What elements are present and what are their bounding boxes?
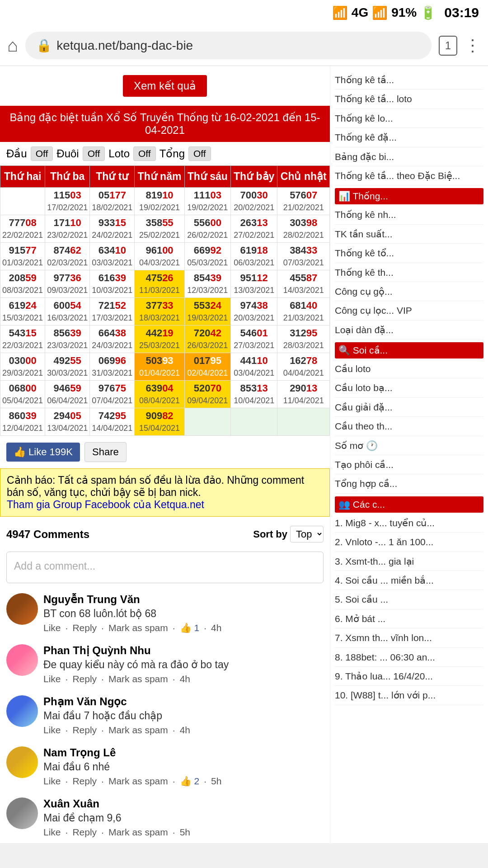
like-action-2[interactable]: Like [43, 674, 61, 684]
spam-action-5[interactable]: Mark as spam [108, 827, 168, 838]
right-menu-item-10[interactable]: Thống kê th... [335, 263, 483, 282]
right-menu-item-1[interactable]: Thống kê tầ... [335, 71, 483, 90]
cell: 4411003/04/2021 [230, 353, 277, 381]
right-menu-item-15[interactable]: Cầu loto bạ... [335, 378, 483, 397]
right-menu-item-21[interactable]: 1. Mig8 - x... tuyển củ... [335, 514, 483, 533]
url-bar[interactable]: 🔒 ketqua.net/bang-dac-bie [25, 32, 431, 59]
cell: 8603912/04/2021 [0, 408, 45, 436]
network-label: 4G [352, 5, 368, 20]
right-menu-item-22[interactable]: 2. Vnloto -... 1 ăn 100... [335, 533, 483, 552]
like-share-row: 👍 Like 199K Share [0, 436, 330, 468]
dau-filter[interactable]: Off [31, 146, 53, 161]
col-thu6: Thứ sáu [184, 166, 230, 188]
comment-text-3: Mai đầu 7 hoặc đầu chập [43, 710, 324, 722]
spam-action-2[interactable]: Mark as spam [108, 674, 168, 684]
cell: 2631327/02/2021 [230, 215, 277, 243]
right-menu-item-4[interactable]: Thống kê đặ... [335, 128, 483, 147]
like-action-1[interactable]: Like [43, 623, 61, 633]
table-title: Bảng đặc biệt tuần Xổ Số Truyền Thống từ… [0, 106, 330, 142]
right-menu-item-20[interactable]: Tổng hợp cầ... [335, 474, 483, 493]
cell: 4558714/03/2021 [277, 270, 330, 298]
comment-item-2: Phan Thị Quỳnh Nhu Đe quay kiểu này có m… [0, 639, 330, 690]
table-row: 6192415/03/2021 6005416/03/2021 7215217/… [0, 298, 330, 326]
reply-action-5[interactable]: Reply [72, 827, 97, 838]
like-action-5[interactable]: Like [43, 827, 61, 838]
cell [277, 408, 330, 436]
right-menu-item-2[interactable]: Thống kê tầ... loto [335, 90, 483, 108]
cell-highlighted: 5207009/04/2021 [184, 381, 230, 408]
spam-action-1[interactable]: Mark as spam [108, 623, 168, 633]
spam-action-4[interactable]: Mark as spam [108, 776, 168, 787]
cell: 5431522/03/2021 [0, 326, 45, 353]
comment-text-2: Đe quay kiểu này có mà ra đảo ở bo tay [43, 659, 324, 671]
cell: 7003020/02/2021 [230, 188, 277, 215]
spam-action-3[interactable]: Mark as spam [108, 725, 168, 736]
right-menu-item-25[interactable]: 5. Soi cầu ... [335, 590, 483, 609]
right-menu-item-16[interactable]: Cầu giải đặ... [335, 398, 483, 417]
cell: 2901311/04/2021 [277, 381, 330, 408]
right-menu-item-6[interactable]: Thống kê tầ... theo Đặc Biệ... [335, 166, 483, 185]
like-action-4[interactable]: Like [43, 776, 61, 787]
reply-action-3[interactable]: Reply [72, 725, 97, 736]
main-content: Xem kết quả Bảng đặc biệt tuần Xổ Số Tru… [0, 66, 488, 843]
right-menu-item-12[interactable]: Công cụ lọc... VIP [335, 301, 483, 320]
sort-dropdown[interactable]: Top [290, 526, 324, 542]
duoi-filter[interactable]: Off [83, 146, 105, 161]
col-thu7: Thứ bảy [230, 166, 277, 188]
right-menu-item-9[interactable]: Thống kê tổ... [335, 244, 483, 263]
cell: 6643824/03/2021 [90, 326, 135, 353]
right-menu-item-11[interactable]: Công cụ gộ... [335, 282, 483, 301]
reply-action-4[interactable]: Reply [72, 776, 97, 787]
like-action-3[interactable]: Like [43, 725, 61, 736]
right-menu-item-7[interactable]: Thống kê nh... [335, 205, 483, 224]
right-menu-item-5[interactable]: Bảng đặc bi... [335, 147, 483, 166]
xem-ket-qua-button[interactable]: Xem kết quả [123, 75, 207, 97]
cell: 8543912/03/2021 [184, 270, 230, 298]
cell-highlighted: 5039301/04/2021 [135, 353, 184, 381]
like-count-4: 👍 2 [180, 776, 200, 787]
right-menu-item-8[interactable]: TK tần suất... [335, 225, 483, 244]
right-menu-item-13[interactable]: Loại dàn đặ... [335, 321, 483, 340]
right-menu-item-19[interactable]: Tạo phôi cầ... [335, 455, 483, 474]
cell: 7770822/02/2021 [0, 215, 45, 243]
avatar-2 [6, 644, 38, 676]
right-menu-item-26[interactable]: 6. Mở bát ... [335, 609, 483, 628]
right-menu-item-3[interactable]: Thống kê lo... [335, 109, 483, 128]
cell: 5460127/03/2021 [230, 326, 277, 353]
cell: 3585525/02/2021 [135, 215, 184, 243]
commenter-name-2: Phan Thị Quỳnh Nhu [43, 644, 324, 657]
right-menu-item-23[interactable]: 3. Xsmt-th... gia lại [335, 552, 483, 571]
share-button[interactable]: Share [84, 442, 127, 462]
right-menu-item-27[interactable]: 7. Xsmn th... vĩnh lon... [335, 628, 483, 647]
cell: 6341003/03/2021 [90, 243, 135, 270]
right-menu-item-28[interactable]: 8. 188bet: ... 06:30 an... [335, 648, 483, 667]
col-thu2: Thứ hai [0, 166, 45, 188]
reply-action-2[interactable]: Reply [72, 674, 97, 684]
cell: 1627804/04/2021 [277, 353, 330, 381]
cell: 6192415/03/2021 [0, 298, 45, 326]
right-menu-item-14[interactable]: Cầu loto [335, 359, 483, 378]
tab-button[interactable]: 1 [439, 36, 457, 56]
menu-icon[interactable]: ⋮ [465, 36, 481, 55]
sort-by-label: Sort by [253, 528, 287, 540]
cell: 1711023/02/2021 [45, 215, 90, 243]
warning-link[interactable]: Tham gia Group Facebook của Ketqua.net [7, 499, 204, 510]
battery-label: 91% [391, 5, 417, 20]
warning-box: Cảnh báo: Tất cả spam bán số đều là lừa … [0, 468, 330, 517]
reply-action-1[interactable]: Reply [72, 623, 97, 633]
home-icon[interactable]: ⌂ [7, 35, 18, 56]
right-menu-item-30[interactable]: 10. [W88] t... lớn với p... [335, 686, 483, 705]
right-menu-item-18[interactable]: Số mơ 🕐 [335, 436, 483, 455]
comment-input[interactable]: Add a comment... [6, 552, 324, 583]
right-panel: Thống kê tầ... Thống kê tầ... loto Thống… [330, 66, 488, 843]
loto-filter[interactable]: Off [133, 146, 156, 161]
right-menu-item-17[interactable]: Cầu theo th... [335, 417, 483, 436]
sim-icon: 📶 [332, 5, 348, 20]
table-row: 1150317/02/2021 0517718/02/2021 8191019/… [0, 188, 330, 215]
right-menu-item-24[interactable]: 4. Soi cầu ... miền bắ... [335, 571, 483, 590]
tong-filter[interactable]: Off [188, 146, 211, 161]
warning-text: Cảnh báo: Tất cả spam bán số đều là lừa … [7, 474, 304, 498]
right-menu-item-29[interactable]: 9. Thảo lua... 16/4/20... [335, 667, 483, 686]
cell: 7429514/04/2021 [90, 408, 135, 436]
like-button[interactable]: 👍 Like 199K [6, 443, 80, 462]
